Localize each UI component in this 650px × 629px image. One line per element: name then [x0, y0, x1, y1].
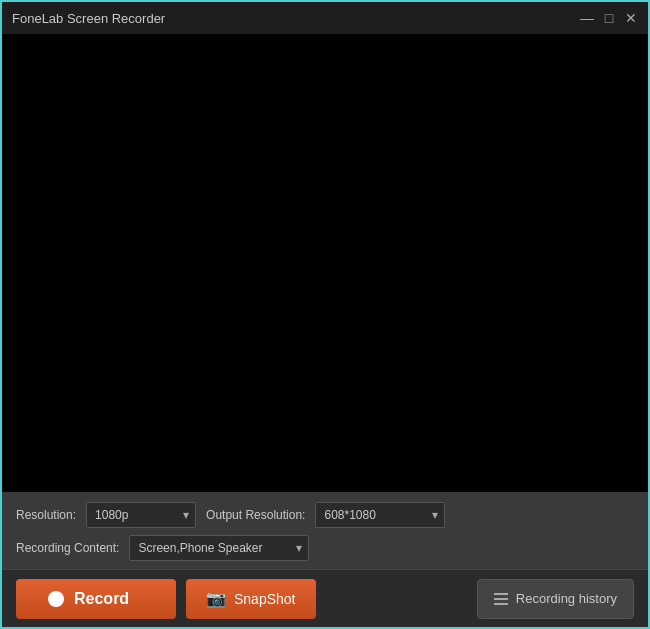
output-resolution-select[interactable]: 608*1080 1280*720 1920*1080 [315, 502, 445, 528]
controls-bar: Resolution: 720p 1080p 4K Output Resolut… [2, 492, 648, 569]
record-icon [48, 591, 64, 607]
app-window: FoneLab Screen Recorder — □ ✕ Resolution… [0, 0, 650, 629]
maximize-button[interactable]: □ [602, 11, 616, 25]
recording-content-label: Recording Content: [16, 541, 119, 555]
history-label: Recording history [516, 591, 617, 606]
output-resolution-wrapper: 608*1080 1280*720 1920*1080 [315, 502, 445, 528]
close-button[interactable]: ✕ [624, 11, 638, 25]
list-icon [494, 593, 508, 605]
snapshot-button[interactable]: 📷 SnapShot [186, 579, 316, 619]
preview-area [2, 34, 648, 492]
camera-icon: 📷 [206, 589, 226, 608]
snapshot-label: SnapShot [234, 591, 296, 607]
recording-content-select[interactable]: Screen,Phone Speaker Screen Only Screen,… [129, 535, 309, 561]
minimize-button[interactable]: — [580, 11, 594, 25]
record-label: Record [74, 590, 129, 608]
window-title: FoneLab Screen Recorder [12, 11, 165, 26]
resolution-label: Resolution: [16, 508, 76, 522]
resolution-row: Resolution: 720p 1080p 4K Output Resolut… [16, 502, 634, 528]
record-button[interactable]: Record [16, 579, 176, 619]
history-button[interactable]: Recording history [477, 579, 634, 619]
title-bar: FoneLab Screen Recorder — □ ✕ [2, 2, 648, 34]
output-resolution-label: Output Resolution: [206, 508, 305, 522]
resolution-select[interactable]: 720p 1080p 4K [86, 502, 196, 528]
content-row: Recording Content: Screen,Phone Speaker … [16, 535, 634, 561]
window-controls: — □ ✕ [580, 11, 638, 25]
recording-content-wrapper: Screen,Phone Speaker Screen Only Screen,… [129, 535, 309, 561]
resolution-wrapper: 720p 1080p 4K [86, 502, 196, 528]
bottom-bar: Record 📷 SnapShot Recording history [2, 569, 648, 627]
